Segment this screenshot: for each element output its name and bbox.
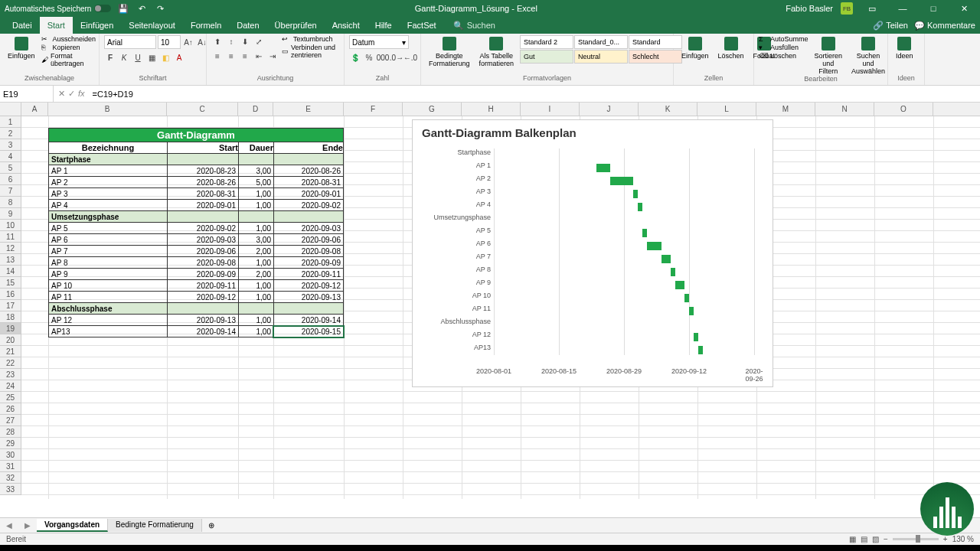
view-pagebreak-icon[interactable]: ▧ bbox=[872, 535, 879, 543]
add-sheet-button[interactable]: ⊕ bbox=[202, 521, 220, 530]
table-row[interactable]: AP 92020-09-092,002020-09-11 bbox=[48, 269, 344, 280]
align-bottom-icon[interactable]: ⬇ bbox=[239, 35, 251, 47]
row-head-15[interactable]: 15 bbox=[0, 277, 21, 289]
col-head-B[interactable]: B bbox=[48, 103, 167, 116]
bold-button[interactable]: F bbox=[104, 51, 116, 64]
sort-filter-button[interactable]: Sortieren und Filtern bbox=[812, 35, 846, 77]
row-head-19[interactable]: 19 bbox=[0, 323, 21, 334]
user-badge[interactable]: FB bbox=[841, 2, 853, 15]
table-row[interactable]: AP 72020-09-062,002020-09-08 bbox=[48, 246, 344, 257]
tab-formeln[interactable]: Formeln bbox=[183, 17, 229, 34]
row-head-21[interactable]: 21 bbox=[0, 346, 21, 357]
table-row[interactable]: AP 32020-08-311,002020-09-01 bbox=[48, 188, 344, 200]
copy-button[interactable]: ⎘Kopieren bbox=[41, 44, 96, 51]
dec-inc-icon[interactable]: .0→ bbox=[390, 51, 403, 64]
zoom-slider[interactable] bbox=[893, 538, 939, 540]
style-neutral[interactable]: Neutral bbox=[574, 50, 628, 64]
font-name-select[interactable]: Arial bbox=[104, 35, 156, 49]
row-head-32[interactable]: 32 bbox=[0, 472, 21, 484]
table-row[interactable]: AP 112020-09-121,002020-09-13 bbox=[48, 292, 344, 303]
row-head-18[interactable]: 18 bbox=[0, 311, 21, 323]
sheet-tab[interactable]: Bedingte Formatierung bbox=[108, 519, 202, 532]
format-as-table-button[interactable]: Als Tabelle formatieren bbox=[476, 35, 518, 69]
style-standard2[interactable]: Standard 2 bbox=[520, 35, 573, 49]
col-head-J[interactable]: J bbox=[580, 103, 639, 116]
table-row[interactable]: AP 22020-08-265,002020-08-31 bbox=[48, 177, 344, 188]
find-select-button[interactable]: Suchen und Auswählen bbox=[848, 35, 888, 77]
thousands-icon[interactable]: 000 bbox=[377, 51, 389, 64]
view-normal-icon[interactable]: ▦ bbox=[849, 535, 856, 543]
row-head-9[interactable]: 9 bbox=[0, 208, 21, 220]
row-head-30[interactable]: 30 bbox=[0, 449, 21, 461]
tab-daten[interactable]: Daten bbox=[229, 17, 266, 34]
formula-input[interactable]: =C19+D19 bbox=[90, 90, 980, 99]
row-head-22[interactable]: 22 bbox=[0, 357, 21, 369]
conditional-formatting-button[interactable]: Bedingte Formatierung bbox=[426, 35, 473, 69]
col-head-F[interactable]: F bbox=[344, 103, 403, 116]
indent-inc-icon[interactable]: ⇥ bbox=[266, 50, 279, 62]
spreadsheet-grid[interactable]: ABCDEFGHIJKLMNO 123456789101112131415161… bbox=[0, 103, 980, 500]
align-left-icon[interactable]: ≡ bbox=[211, 50, 224, 62]
view-layout-icon[interactable]: ▤ bbox=[861, 535, 867, 543]
col-head-D[interactable]: D bbox=[238, 103, 273, 116]
orientation-icon[interactable]: ⤢ bbox=[253, 35, 265, 47]
undo-icon[interactable]: ↶ bbox=[136, 2, 148, 15]
table-row[interactable]: AP 82020-09-081,002020-09-09 bbox=[48, 257, 344, 269]
tab-seitenlayout[interactable]: Seitenlayout bbox=[121, 17, 183, 34]
table-row[interactable]: AP 102020-09-111,002020-09-12 bbox=[48, 280, 344, 292]
row-head-24[interactable]: 24 bbox=[0, 380, 21, 392]
row-head-13[interactable]: 13 bbox=[0, 254, 21, 266]
col-head-G[interactable]: G bbox=[403, 103, 462, 116]
number-format-select[interactable]: Datum▾ bbox=[349, 35, 409, 49]
font-size-select[interactable]: 10 bbox=[158, 35, 181, 49]
format-painter-button[interactable]: 🖌Format übertragen bbox=[41, 52, 96, 67]
save-icon[interactable]: 💾 bbox=[117, 2, 129, 15]
delete-cells-button[interactable]: Löschen bbox=[715, 35, 747, 61]
row-head-26[interactable]: 26 bbox=[0, 403, 21, 415]
col-head-M[interactable]: M bbox=[756, 103, 815, 116]
tab-factset[interactable]: FactSet bbox=[400, 17, 444, 34]
sheet-tab[interactable]: Vorgangsdaten bbox=[37, 519, 108, 532]
row-head-2[interactable]: 2 bbox=[0, 128, 21, 139]
table-row[interactable]: AP132020-09-141,002020-09-15 bbox=[48, 326, 344, 337]
zoom-in-icon[interactable]: + bbox=[943, 535, 948, 543]
row-head-1[interactable]: 1 bbox=[0, 116, 21, 128]
row-head-7[interactable]: 7 bbox=[0, 185, 21, 197]
table-row[interactable]: AP 62020-09-033,002020-09-06 bbox=[48, 234, 344, 246]
redo-icon[interactable]: ↷ bbox=[154, 2, 166, 15]
underline-button[interactable]: U bbox=[132, 51, 144, 64]
row-head-25[interactable]: 25 bbox=[0, 392, 21, 403]
indent-dec-icon[interactable]: ⇤ bbox=[253, 50, 265, 62]
col-head-L[interactable]: L bbox=[697, 103, 756, 116]
row-head-6[interactable]: 6 bbox=[0, 174, 21, 185]
fill-button[interactable]: ▾Ausfüllen bbox=[759, 44, 808, 51]
tab-hilfe[interactable]: Hilfe bbox=[368, 17, 400, 34]
col-head-N[interactable]: N bbox=[815, 103, 874, 116]
align-right-icon[interactable]: ≡ bbox=[239, 50, 251, 62]
confirm-formula-icon[interactable]: ✓ bbox=[68, 89, 75, 99]
row-head-8[interactable]: 8 bbox=[0, 197, 21, 208]
cancel-formula-icon[interactable]: ✕ bbox=[58, 89, 65, 99]
row-head-20[interactable]: 20 bbox=[0, 334, 21, 346]
col-head-H[interactable]: H bbox=[462, 103, 521, 116]
row-head-5[interactable]: 5 bbox=[0, 162, 21, 174]
row-head-27[interactable]: 27 bbox=[0, 415, 21, 426]
insert-cells-button[interactable]: Einfügen bbox=[678, 35, 712, 61]
percent-icon[interactable]: % bbox=[363, 51, 375, 64]
col-head-O[interactable]: O bbox=[874, 103, 933, 116]
ribbon-mode-icon[interactable]: ▭ bbox=[861, 4, 884, 14]
row-head-4[interactable]: 4 bbox=[0, 151, 21, 162]
row-head-33[interactable]: 33 bbox=[0, 484, 21, 495]
row-head-31[interactable]: 31 bbox=[0, 461, 21, 472]
table-row[interactable]: AP 12020-08-233,002020-08-26 bbox=[48, 165, 344, 177]
search-box[interactable]: 🔍 Suchen bbox=[453, 21, 495, 31]
dec-dec-icon[interactable]: ←.0 bbox=[404, 51, 416, 64]
align-middle-icon[interactable]: ↕ bbox=[225, 35, 237, 47]
cell-styles-gallery[interactable]: Standard 2 Standard_0... Standard Gut Ne… bbox=[520, 35, 682, 64]
align-top-icon[interactable]: ⬆ bbox=[211, 35, 224, 47]
tab-datei[interactable]: Datei bbox=[5, 17, 40, 34]
comments-button[interactable]: 💬 Kommentare bbox=[914, 21, 975, 31]
name-box[interactable]: E19 bbox=[0, 86, 54, 102]
tab-ansicht[interactable]: Ansicht bbox=[325, 17, 368, 34]
maximize-icon[interactable]: □ bbox=[922, 4, 945, 13]
